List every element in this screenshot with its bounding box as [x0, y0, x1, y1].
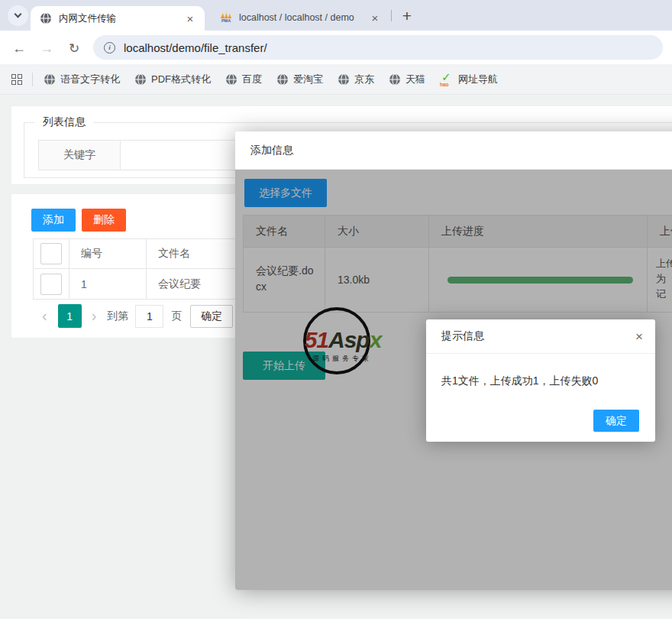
- delete-button[interactable]: 删除: [82, 209, 126, 232]
- globe-icon: [276, 73, 289, 86]
- dialog-header: 提示信息 ×: [426, 319, 655, 354]
- globe-icon: [40, 12, 52, 24]
- hao123-icon: ✓ hao: [440, 73, 454, 86]
- url-text[interactable]: localhost/demo/file_transfer/: [124, 41, 267, 54]
- reload-button[interactable]: ↻: [64, 38, 84, 58]
- tab-title: 内网文件传输: [59, 12, 183, 25]
- add-button[interactable]: 添加: [31, 209, 76, 232]
- modal-title: 添加信息: [250, 144, 293, 157]
- new-tab-button[interactable]: +: [397, 6, 417, 26]
- goto-label: 到第: [107, 310, 128, 323]
- prompt-dialog: 提示信息 × 共1文件，上传成功1，上传失败0 确定: [426, 319, 655, 442]
- page-number-input[interactable]: [135, 305, 163, 328]
- globe-icon: [338, 73, 350, 86]
- tab-close-button[interactable]: ×: [368, 11, 382, 24]
- fieldset-title: 列表信息: [35, 115, 93, 129]
- cell-no: 1: [69, 269, 147, 299]
- tab-search-button[interactable]: [8, 5, 28, 26]
- tab-phpmyadmin[interactable]: PMA localhost / localhost / demo ×: [214, 6, 388, 29]
- page-confirm-button[interactable]: 确定: [190, 305, 233, 328]
- site-info-icon[interactable]: i: [104, 42, 115, 53]
- phpmyadmin-favicon: PMA: [220, 11, 232, 24]
- tab-strip: 内网文件传输 × PMA localhost / localhost / dem…: [0, 0, 672, 31]
- current-page-button[interactable]: 1: [58, 304, 82, 328]
- tab-close-button[interactable]: ×: [183, 11, 197, 25]
- globe-icon: [44, 73, 56, 86]
- dialog-ok-button[interactable]: 确定: [593, 410, 639, 432]
- row-checkbox[interactable]: [40, 274, 62, 295]
- bookmark-item[interactable]: 爱淘宝: [276, 73, 323, 86]
- bookmark-item[interactable]: 语音文字转化: [44, 73, 120, 86]
- tab-current-page[interactable]: 内网文件传输 ×: [31, 6, 205, 31]
- browser-window: 内网文件传输 × PMA localhost / localhost / dem…: [0, 0, 672, 619]
- dialog-title: 提示信息: [441, 329, 635, 343]
- back-button[interactable]: ←: [9, 38, 29, 58]
- page-unit-label: 页: [171, 310, 182, 323]
- globe-icon: [389, 73, 401, 86]
- globe-icon: [134, 73, 147, 86]
- prev-page-icon[interactable]: ‹: [42, 307, 47, 325]
- select-all-checkbox[interactable]: [40, 243, 62, 264]
- next-page-icon[interactable]: ›: [92, 307, 97, 325]
- bookmarks-divider: [32, 73, 33, 86]
- modal-header: 添加信息: [235, 131, 672, 170]
- dialog-message: 共1文件，上传成功1，上传失败0: [426, 354, 655, 388]
- keyword-label: 关键字: [38, 140, 121, 170]
- tab-title: localhost / localhost / demo: [239, 12, 368, 23]
- chevron-down-icon: [15, 11, 22, 18]
- column-header-no: 编号: [69, 239, 147, 268]
- forward-button[interactable]: →: [37, 38, 57, 58]
- address-bar[interactable]: i localhost/demo/file_transfer/: [93, 35, 663, 60]
- bookmark-item[interactable]: 天猫: [389, 73, 425, 86]
- close-icon[interactable]: ×: [635, 330, 643, 343]
- apps-grid-icon[interactable]: [11, 74, 22, 85]
- bookmark-item[interactable]: PDF格式转化: [134, 73, 211, 86]
- globe-icon: [225, 73, 237, 86]
- pagination: ‹ 1 › 到第 页 确定 共: [42, 304, 254, 328]
- bookmark-item[interactable]: 京东: [338, 73, 374, 86]
- bookmark-item[interactable]: ✓ hao 网址导航: [440, 73, 498, 86]
- bookmark-item[interactable]: 百度: [225, 73, 262, 86]
- tab-divider: [391, 10, 392, 21]
- add-info-modal: 添加信息 选择多文件 文件名 大小 上传进度 上传 会议纪要.docx 13.0…: [235, 131, 672, 590]
- bookmarks-bar: 语音文字转化 PDF格式转化 百度 爱淘宝 京东 天猫 ✓ hao 网址导航: [0, 64, 672, 95]
